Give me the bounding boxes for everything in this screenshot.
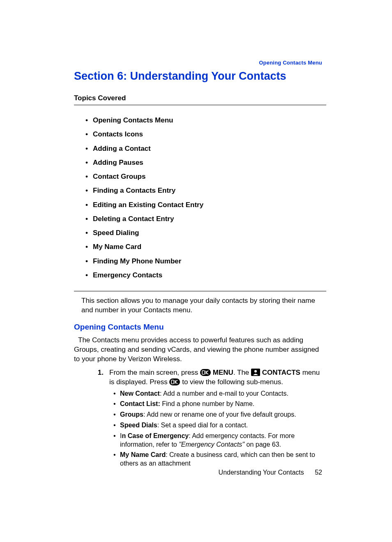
submenu-item: Speed Dials: Set a speed dial for a cont… — [113, 421, 326, 430]
svg-point-3 — [254, 370, 257, 372]
subheading-opening-contacts: Opening Contacts Menu — [74, 323, 326, 332]
submenu-title: New Contact — [120, 390, 160, 397]
topic-item: Contact Groups — [85, 172, 326, 181]
footer-chapter: Understanding Your Contacts — [219, 469, 304, 476]
submenu-ref-tail: on page 63. — [244, 441, 281, 448]
submenu-title: Speed Dials — [120, 422, 157, 429]
topic-item: Emergency Contacts — [85, 271, 326, 279]
submenu-title: n Case of Emergency — [122, 432, 189, 439]
step-text: From the main screen, press MENU. The CO… — [109, 368, 326, 387]
submenu-item: My Name Card: Create a business card, wh… — [113, 451, 326, 468]
section-title: Section 6: Understanding Your Contacts — [74, 70, 326, 83]
ok-icon — [169, 378, 180, 385]
page-footer: Understanding Your Contacts 52 — [219, 469, 322, 476]
step-number: 1. — [91, 368, 109, 387]
page: Opening Contacts Menu Section 6: Underst… — [0, 0, 392, 542]
step-1: 1. From the main screen, press MENU. The… — [91, 368, 326, 387]
submenu-item: New Contact: Add a number and e-mail to … — [113, 390, 326, 398]
submenu-list: New Contact: Add a number and e-mail to … — [113, 390, 326, 468]
submenu-item: Contact List: Find a phone number by Nam… — [113, 400, 326, 408]
step-text-fragment: . The — [233, 369, 251, 376]
contacts-label: CONTACTS — [262, 369, 300, 376]
topic-item: My Name Card — [85, 242, 326, 251]
topics-list: Opening Contacts Menu Contacts Icons Add… — [74, 116, 326, 279]
svg-rect-4 — [169, 378, 180, 385]
submenu-item: Groups: Add new or rename one of your fi… — [113, 411, 326, 419]
contacts-icon — [251, 369, 260, 376]
topic-item: Opening Contacts Menu — [85, 116, 326, 125]
topic-item: Editing an Existing Contact Entry — [85, 201, 326, 209]
rule-top — [74, 105, 326, 105]
submenu-title: Contact List: — [120, 400, 160, 407]
submenu-title: Groups — [120, 411, 143, 418]
footer-page-number: 52 — [315, 469, 322, 476]
menu-label: MENU — [213, 369, 233, 376]
submenu-ref: "Emergency Contacts" — [179, 441, 244, 448]
submenu-desc: : Add a number and e-mail to your Contac… — [160, 390, 288, 397]
submenu-title: My Name Card — [120, 451, 166, 458]
submenu-item: In Case of Emergency: Add emergency cont… — [113, 432, 326, 449]
submenu-desc: : Set a speed dial for a contact. — [157, 422, 248, 429]
svg-rect-0 — [200, 369, 211, 376]
topic-item: Finding My Phone Number — [85, 257, 326, 265]
opening-paragraph: The Contacts menu provides access to pow… — [74, 336, 326, 364]
topic-item: Speed Dialing — [85, 228, 326, 237]
topic-item: Finding a Contacts Entry — [85, 186, 326, 195]
topic-item: Contacts Icons — [85, 130, 326, 138]
topic-item: Adding Pauses — [85, 158, 326, 167]
topics-covered-label: Topics Covered — [74, 94, 326, 102]
step-text-fragment: to view the following sub-menus. — [182, 378, 283, 386]
topic-item: Deleting a Contact Entry — [85, 214, 326, 223]
running-head: Opening Contacts Menu — [259, 60, 322, 66]
submenu-desc: : Add new or rename one of your five def… — [143, 411, 296, 418]
ok-icon — [200, 369, 211, 376]
topic-item: Adding a Contact — [85, 144, 326, 153]
opening-paragraph-text: The Contacts menu provides access to pow… — [74, 336, 319, 363]
rule-mid — [74, 291, 326, 291]
intro-paragraph: This section allows you to manage your d… — [74, 296, 326, 315]
step-text-fragment: From the main screen, press — [109, 369, 200, 376]
submenu-desc: Find a phone number by Name. — [160, 400, 254, 407]
